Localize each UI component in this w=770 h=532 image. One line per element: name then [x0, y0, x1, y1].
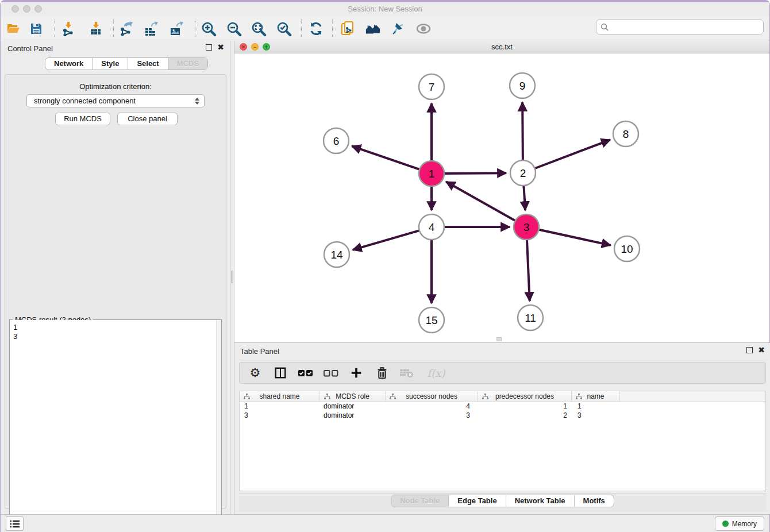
edge-1-6[interactable] — [352, 146, 421, 169]
columns-icon[interactable] — [273, 365, 288, 380]
zoom-fit-icon[interactable] — [251, 21, 267, 37]
tree-icon — [482, 394, 488, 402]
duplicate-network-icon[interactable] — [340, 21, 356, 37]
control-panel: Control Panel ✖ NetworkStyleSelectMCDS O… — [1, 41, 230, 514]
edge-1-2[interactable] — [442, 173, 506, 174]
node-label-15: 15 — [425, 314, 437, 326]
delete-table-icon[interactable] — [399, 365, 414, 380]
column-label: name — [587, 392, 604, 400]
save-session-icon[interactable] — [28, 21, 44, 37]
search-icon — [600, 23, 609, 32]
export-image-icon[interactable] — [168, 21, 184, 37]
zoom-in-icon[interactable] — [201, 21, 217, 37]
mcds-result-group: MCDS result (2 nodes) 13 — [9, 319, 222, 532]
node-label-14: 14 — [330, 249, 343, 261]
refresh-icon[interactable] — [308, 21, 324, 37]
function-icon[interactable]: f(x) — [425, 365, 448, 380]
close-table-panel-icon[interactable]: ✖ — [758, 347, 765, 353]
table-cell[interactable]: 1 — [572, 402, 620, 411]
table-body: 1dominator4113dominator323 — [240, 402, 765, 421]
list-icon — [10, 519, 20, 529]
deselect-all-icon[interactable] — [324, 365, 338, 380]
table-cell[interactable]: 3 — [386, 411, 478, 421]
edge-2-3[interactable] — [523, 184, 525, 210]
titlebar: Session: New Session — [1, 2, 769, 16]
table-row[interactable]: 1dominator411 — [240, 402, 765, 411]
tab-network[interactable]: Network — [45, 58, 92, 70]
mcds-result-scrollbar[interactable] — [216, 320, 221, 532]
tab-mcds[interactable]: MCDS — [168, 58, 207, 70]
network-title: scc.txt — [234, 43, 769, 51]
edge-4-14[interactable] — [353, 230, 421, 250]
gear-icon[interactable]: ⚙ — [248, 365, 263, 380]
memory-label: Memory — [732, 520, 757, 528]
vertical-splitter[interactable] — [230, 41, 234, 514]
table-cell[interactable]: 3 — [240, 411, 320, 421]
table-cell[interactable]: dominator — [320, 411, 386, 421]
search-box[interactable] — [596, 20, 764, 34]
search-input[interactable] — [609, 21, 763, 33]
run-mcds-button[interactable]: Run MCDS — [55, 113, 110, 125]
eye-icon[interactable] — [415, 21, 432, 37]
float-table-panel-icon[interactable] — [746, 347, 753, 353]
table-cell[interactable]: 1 — [478, 402, 572, 411]
add-column-icon[interactable] — [349, 365, 364, 380]
tab-select[interactable]: Select — [128, 58, 167, 70]
import-network-icon[interactable] — [60, 21, 76, 37]
memory-button[interactable]: Memory — [715, 516, 764, 531]
toolbar-separator — [55, 20, 55, 37]
table-tab-network-table[interactable]: Network Table — [506, 495, 574, 507]
network-window: ✕ − + scc.txt 7968124314101511 — [234, 41, 769, 343]
home-icon[interactable] — [365, 21, 381, 37]
splitter-grip[interactable] — [231, 271, 233, 283]
main-toolbar — [1, 16, 769, 40]
table-row[interactable]: 3dominator323 — [240, 411, 765, 421]
table-cell[interactable]: 3 — [572, 411, 620, 421]
toolbar-separator — [195, 20, 195, 37]
close-panel-button[interactable]: Close panel — [117, 113, 178, 125]
zoom-selected-icon[interactable] — [276, 21, 292, 37]
edge-2-9[interactable] — [522, 102, 523, 162]
network-canvas[interactable]: 7968124314101511 — [234, 53, 769, 342]
export-network-icon[interactable] — [118, 21, 134, 37]
select-all-icon[interactable] — [298, 365, 313, 380]
table-cell[interactable]: 4 — [386, 402, 478, 411]
tree-icon — [324, 394, 330, 402]
column-header-shared-name[interactable]: shared name — [240, 391, 320, 402]
export-table-icon[interactable] — [143, 21, 159, 37]
table-tabs: Node TableEdge TableNetwork TableMotifs — [234, 495, 770, 507]
column-header-successor-nodes[interactable]: successor nodes — [386, 391, 478, 402]
column-header-name[interactable]: name — [572, 391, 620, 402]
edge-3-10[interactable] — [537, 229, 611, 245]
edge-2-8[interactable] — [533, 140, 610, 169]
node-label-8: 8 — [623, 128, 629, 140]
table-cell[interactable]: 2 — [478, 411, 572, 421]
control-panel-title: Control Panel — [7, 44, 53, 53]
column-header-MCDS-role[interactable]: MCDS role — [320, 391, 386, 402]
toolbar-separator — [301, 20, 302, 37]
status-bar: Memory — [1, 514, 769, 532]
edge-3-11[interactable] — [527, 238, 530, 301]
delete-icon[interactable] — [374, 365, 389, 380]
float-panel-icon[interactable] — [206, 44, 212, 51]
table-tab-node-table[interactable]: Node Table — [391, 495, 448, 507]
mcds-result-text[interactable]: 13 — [10, 320, 216, 532]
table-tab-motifs[interactable]: Motifs — [574, 495, 614, 507]
network-graph[interactable]: 7968124314101511 — [234, 53, 769, 342]
import-table-icon[interactable] — [88, 21, 104, 37]
column-header-predecessor-nodes[interactable]: predecessor nodes — [478, 391, 572, 402]
network-resize-grip[interactable] — [496, 337, 502, 341]
table-cell[interactable]: dominator — [320, 402, 386, 411]
tab-style[interactable]: Style — [92, 58, 128, 70]
edge-3-1[interactable] — [446, 182, 517, 221]
table-cell[interactable]: 1 — [240, 402, 320, 411]
criterion-dropdown[interactable]: strongly connected component — [26, 94, 205, 107]
node-table: shared nameMCDS rolesuccessor nodesprede… — [239, 391, 766, 491]
table-tab-edge-table[interactable]: Edge Table — [448, 495, 505, 507]
open-file-icon[interactable] — [5, 21, 21, 37]
close-panel-icon[interactable]: ✖ — [217, 44, 224, 51]
visual-style-icon[interactable] — [390, 21, 406, 37]
zoom-out-icon[interactable] — [226, 21, 242, 37]
task-list-button[interactable] — [6, 516, 24, 531]
column-label: MCDS role — [336, 392, 369, 400]
